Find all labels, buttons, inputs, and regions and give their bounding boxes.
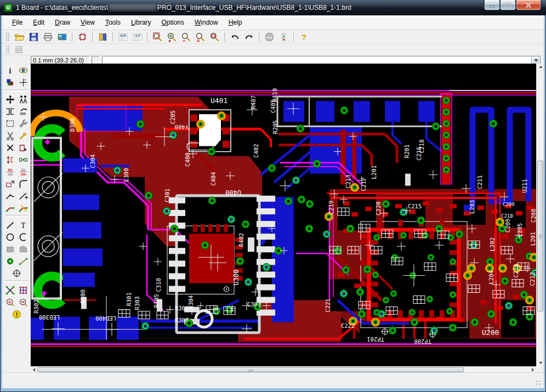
tool-name-button[interactable]: R210k: [4, 166, 16, 178]
help-button[interactable]: ?: [297, 31, 311, 43]
stop-button[interactable]: STOP: [262, 31, 276, 43]
menu-view[interactable]: View: [76, 16, 100, 29]
tool-hole-button[interactable]: [10, 268, 23, 279]
close-button[interactable]: [516, 0, 541, 10]
tool-group-button[interactable]: [4, 118, 16, 129]
rotate-icon: [18, 106, 29, 117]
minimize-button[interactable]: [484, 0, 500, 10]
menu-library[interactable]: Library: [126, 16, 157, 29]
tool-wire-button[interactable]: [4, 219, 16, 231]
svg-text:R300: R300: [79, 289, 86, 303]
grid-button[interactable]: [12, 44, 25, 54]
redo-button[interactable]: [242, 31, 256, 43]
tool-move-button[interactable]: [4, 94, 16, 105]
group-icon: [5, 118, 15, 129]
zoom-in-button[interactable]: [164, 31, 179, 43]
menu-tools[interactable]: Tools: [100, 16, 126, 29]
menu-edit[interactable]: Edit: [28, 16, 50, 29]
menu-draw[interactable]: Draw: [50, 16, 76, 29]
optimize-icon: [18, 191, 29, 201]
app-window: 1 Board - c:\datas_eecd\clients\PRO_013_…: [0, 0, 546, 392]
script-button[interactable]: SCR: [116, 31, 130, 43]
combo-dropdown-button[interactable]: [531, 56, 540, 64]
svg-text:L201: L201: [530, 232, 536, 246]
svg-text:U400: U400: [225, 189, 241, 196]
go-icon: [278, 32, 289, 42]
print-button[interactable]: [41, 31, 55, 43]
tool-via-button[interactable]: [4, 255, 16, 267]
tool-display-button[interactable]: [4, 77, 16, 88]
ulp-button[interactable]: ULP: [130, 31, 144, 43]
tool-route-button[interactable]: [4, 202, 16, 214]
maximize-button[interactable]: [500, 0, 516, 10]
tool-copy-button[interactable]: [17, 94, 30, 105]
tool-paste-button[interactable]: [17, 130, 30, 141]
svg-text:R307: R307: [175, 317, 189, 323]
pinswap-icon: [5, 155, 15, 165]
pcb-drawing[interactable]: D300C304L300C301C205Y400U401R407C405C402…: [31, 64, 536, 366]
tool-rect-button[interactable]: [4, 243, 16, 255]
menu-help[interactable]: Help: [224, 16, 248, 29]
menu-file[interactable]: File: [7, 16, 28, 29]
tool-smash-button[interactable]: [4, 178, 16, 190]
tool-text-button[interactable]: T: [17, 219, 30, 231]
tool-show-button[interactable]: [17, 65, 30, 76]
parambar-handle[interactable]: [5, 45, 9, 54]
scroll-down-button[interactable]: [537, 360, 544, 366]
tool-warning-button[interactable]: !: [10, 309, 23, 320]
rect-icon: [5, 244, 15, 254]
svg-text:LED400: LED400: [95, 315, 116, 322]
tool-add-button[interactable]: [17, 142, 30, 154]
tool-split-button[interactable]: [4, 190, 16, 202]
vertical-scrollbar[interactable]: [536, 64, 544, 366]
tool-cut-button[interactable]: [4, 130, 16, 141]
tool-signal-button[interactable]: [17, 255, 30, 267]
chevron-down-icon: [534, 59, 538, 62]
tool-gateswap-button[interactable]: [17, 154, 30, 166]
tool-ratsnest-button[interactable]: [4, 285, 16, 296]
tool-rotate-button[interactable]: [17, 106, 30, 117]
ripup-icon: [18, 203, 29, 213]
resize-grip[interactable]: [536, 380, 542, 387]
tool-circle-button[interactable]: [4, 231, 16, 243]
change-icon: [18, 118, 29, 129]
zoom-out-button[interactable]: [179, 31, 193, 43]
library-button[interactable]: [95, 31, 110, 43]
tool-pinswap-button[interactable]: [4, 154, 16, 166]
go-button[interactable]: [276, 31, 291, 43]
tool-polygon-button[interactable]: [17, 243, 30, 255]
workarea: iR210kR210kTD!: [2, 64, 544, 373]
tool-value-button[interactable]: R210k: [17, 166, 30, 178]
save-button[interactable]: [26, 31, 41, 43]
tool-drc-button[interactable]: D: [4, 297, 16, 308]
zoom-fit-button[interactable]: [150, 31, 164, 43]
tool-info-button[interactable]: i: [4, 65, 16, 76]
svg-text:!: !: [15, 311, 17, 317]
open-button[interactable]: [12, 31, 26, 43]
vscroll-thumb[interactable]: [537, 161, 543, 311]
tool-change-button[interactable]: [17, 118, 30, 129]
menu-options[interactable]: Options: [157, 16, 190, 29]
zoom-select-button[interactable]: [193, 31, 207, 43]
scroll-up-button[interactable]: [537, 64, 544, 70]
hscroll-thumb[interactable]: [37, 367, 464, 372]
command-input[interactable]: [103, 56, 531, 64]
toolbar-handle[interactable]: [5, 32, 9, 41]
zoom-redraw-button[interactable]: [207, 31, 221, 43]
ic-button[interactable]: [75, 31, 89, 43]
tool-delete-button[interactable]: [4, 142, 16, 154]
tool-errors-button[interactable]: [17, 297, 30, 308]
tool-mirror-button[interactable]: [4, 106, 16, 117]
tool-optimize-button[interactable]: [17, 190, 30, 202]
cam-button[interactable]: [55, 31, 69, 43]
svg-text:C217: C217: [360, 178, 367, 191]
tool-arc-button[interactable]: [17, 231, 30, 243]
tool-ripup-button[interactable]: [17, 202, 30, 214]
menu-window[interactable]: Window: [190, 16, 224, 29]
tool-mark-button[interactable]: [17, 77, 30, 88]
tool-miter-button[interactable]: [17, 178, 30, 190]
tool-palette: iR210kR210kTD!: [2, 64, 31, 373]
tool-auto-button[interactable]: [17, 285, 30, 296]
undo-button[interactable]: [228, 31, 242, 43]
titlebar[interactable]: 1 Board - c:\datas_eecd\clients\PRO_013_…: [0, 0, 546, 15]
